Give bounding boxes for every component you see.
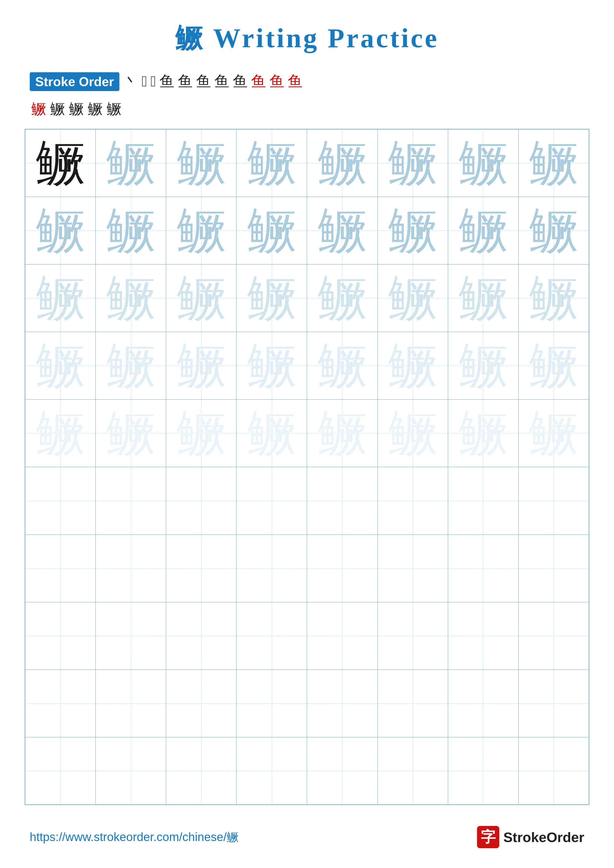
grid-cell[interactable] [518,467,589,535]
grid-cell[interactable] [518,670,589,737]
stroke-step: 丶 [122,71,140,91]
grid-cell[interactable]: 鳜 [166,399,236,467]
stroke-step: 鱼 [176,71,194,91]
grid-cell[interactable]: 鳜 [96,264,166,332]
grid-cell[interactable]: 鳜 [236,129,307,197]
grid-cell[interactable]: 鳜 [96,399,166,467]
grid-cell[interactable] [25,737,96,804]
stroke-step: 鳜 [67,99,85,119]
grid-cell[interactable] [166,737,236,804]
grid-cell[interactable]: 鳜 [378,197,448,264]
stroke-steps: 丶 𠃌 𠃑 鱼 鱼 鱼 鱼 鱼 鱼 鱼 鱼 [122,71,584,91]
grid-cell[interactable] [25,670,96,737]
practice-area: 鳜 鳜 鳜 鳜 鳜 鳜 鳜 鳜 鳜 鳜 鳜 鳜 鳜 鳜 鳜 鳜 鳜 鳜 鳜 鳜 … [25,129,589,805]
table-row: 鳜 鳜 鳜 鳜 鳜 鳜 鳜 鳜 [25,264,589,332]
grid-cell[interactable]: 鳜 [25,399,96,467]
grid-cell[interactable]: 鳜 [307,129,378,197]
grid-cell[interactable] [448,467,519,535]
grid-cell[interactable] [236,737,307,804]
grid-cell[interactable]: 鳜 [518,197,589,264]
grid-cell[interactable] [378,467,448,535]
grid-cell[interactable]: 鳜 [378,264,448,332]
grid-cell[interactable] [518,602,589,670]
grid-cell[interactable]: 鳜 [25,264,96,332]
grid-cell[interactable]: 鳜 [25,129,96,197]
grid-cell[interactable]: 鳜 [448,264,519,332]
grid-cell[interactable]: 鳜 [448,399,519,467]
grid-cell[interactable] [96,670,166,737]
grid-cell[interactable]: 鳜 [518,332,589,399]
grid-cell[interactable]: 鳜 [25,332,96,399]
grid-cell[interactable] [448,602,519,670]
grid-cell[interactable] [307,670,378,737]
grid-cell[interactable] [166,467,236,535]
stroke-step: 鱼 [286,71,304,91]
grid-cell[interactable]: 鳜 [518,399,589,467]
grid-cell[interactable] [166,602,236,670]
footer-logo: 字 StrokeOrder [477,826,584,848]
grid-cell[interactable]: 鳜 [166,129,236,197]
grid-cell[interactable]: 鳜 [307,332,378,399]
grid-cell[interactable] [166,535,236,602]
grid-cell[interactable] [378,670,448,737]
stroke-step: 𠃌 [140,73,149,90]
grid-cell[interactable] [96,602,166,670]
grid-cell[interactable] [378,602,448,670]
stroke-order-section: Stroke Order 丶 𠃌 𠃑 鱼 鱼 鱼 鱼 鱼 鱼 鱼 鱼 [30,71,584,91]
grid-cell[interactable]: 鳜 [307,399,378,467]
grid-cell[interactable]: 鳜 [448,332,519,399]
grid-cell[interactable] [378,737,448,804]
grid-cell[interactable]: 鳜 [378,332,448,399]
stroke-step: 鱼 [213,71,231,91]
grid-cell[interactable]: 鳜 [518,264,589,332]
grid-cell[interactable] [236,535,307,602]
stroke-step: 鳜 [30,99,48,119]
grid-cell[interactable] [307,602,378,670]
grid-cell[interactable] [378,535,448,602]
grid-cell[interactable]: 鳜 [448,197,519,264]
grid-cell[interactable]: 鳜 [518,129,589,197]
grid-cell[interactable] [448,535,519,602]
grid-cell[interactable] [96,737,166,804]
grid-cell[interactable]: 鳜 [166,264,236,332]
grid-cell[interactable]: 鳜 [378,399,448,467]
grid-cell[interactable] [96,535,166,602]
grid-cell[interactable] [236,602,307,670]
grid-cell[interactable] [25,467,96,535]
grid-cell[interactable]: 鳜 [96,197,166,264]
grid-cell[interactable]: 鳜 [378,129,448,197]
grid-cell[interactable]: 鳜 [307,197,378,264]
grid-cell[interactable] [166,670,236,737]
grid-cell[interactable]: 鳜 [448,129,519,197]
grid-cell[interactable] [518,737,589,804]
grid-cell[interactable]: 鳜 [96,129,166,197]
grid-cell[interactable]: 鳜 [166,332,236,399]
grid-cell[interactable] [96,467,166,535]
stroke-step: 鱼 [250,71,267,91]
grid-cell[interactable]: 鳜 [25,197,96,264]
grid-cell[interactable]: 鳜 [166,197,236,264]
strokeorder-logo-text: StrokeOrder [503,829,584,845]
stroke-step: 鱼 [158,71,176,91]
stroke-step: 鳜 [86,99,104,119]
grid-cell[interactable] [236,670,307,737]
grid-cell[interactable]: 鳜 [236,332,307,399]
grid-cell[interactable]: 鳜 [236,264,307,332]
practice-grid: 鳜 鳜 鳜 鳜 鳜 鳜 鳜 鳜 鳜 鳜 鳜 鳜 鳜 鳜 鳜 鳜 鳜 鳜 鳜 鳜 … [25,129,589,805]
grid-cell[interactable] [25,602,96,670]
grid-cell[interactable] [236,467,307,535]
grid-cell[interactable]: 鳜 [307,264,378,332]
grid-cell[interactable] [448,737,519,804]
grid-cell[interactable]: 鳜 [236,399,307,467]
footer-url[interactable]: https://www.strokeorder.com/chinese/鳜 [30,829,238,845]
grid-cell[interactable] [25,535,96,602]
grid-cell[interactable] [448,670,519,737]
grid-cell[interactable] [307,467,378,535]
grid-cell[interactable] [307,535,378,602]
footer: https://www.strokeorder.com/chinese/鳜 字 … [0,826,614,848]
grid-cell[interactable]: 鳜 [236,197,307,264]
grid-cell[interactable]: 鳜 [96,332,166,399]
table-row [25,467,589,535]
grid-cell[interactable] [307,737,378,804]
grid-cell[interactable] [518,535,589,602]
